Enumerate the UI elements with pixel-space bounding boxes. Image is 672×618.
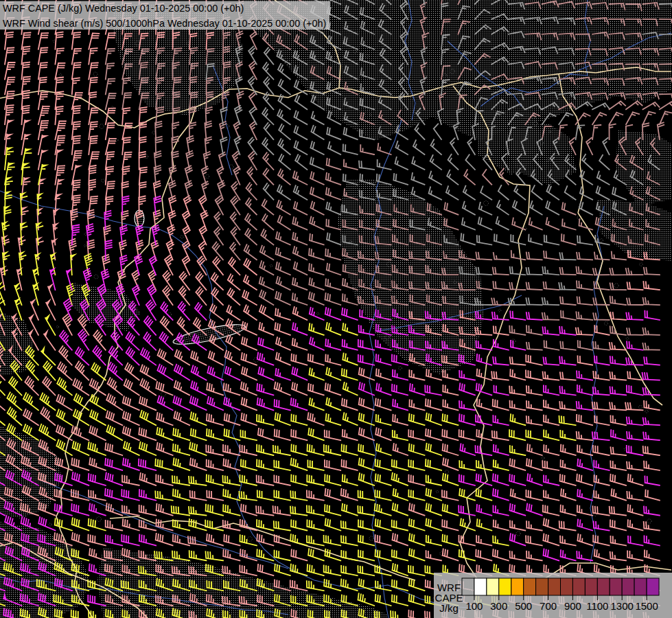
svg-text:300: 300: [490, 600, 507, 612]
svg-text:J/kg: J/kg: [439, 602, 459, 614]
svg-text:1300: 1300: [611, 600, 634, 612]
svg-text:1100: 1100: [586, 600, 608, 612]
svg-text:WRF CAPE (J/kg) Wednesday 01-1: WRF CAPE (J/kg) Wednesday 01-10-2025 00:…: [3, 3, 244, 14]
svg-text:900: 900: [564, 600, 581, 612]
svg-text:100: 100: [465, 600, 483, 612]
svg-text:WRF Wind shear (m/s) 500/1000h: WRF Wind shear (m/s) 500/1000hPa Wednesd…: [3, 18, 326, 29]
svg-text:700: 700: [540, 600, 557, 612]
svg-text:1500: 1500: [635, 600, 658, 612]
svg-text:500: 500: [515, 600, 532, 612]
